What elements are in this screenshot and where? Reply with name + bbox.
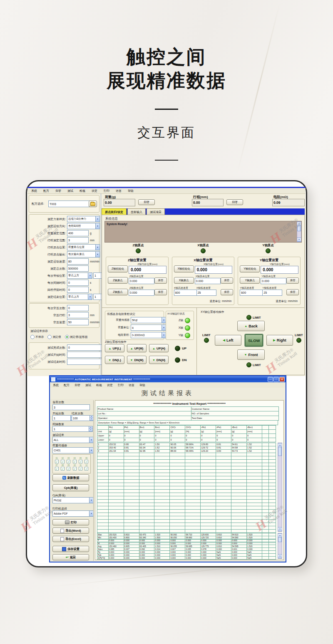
channel-checkbox[interactable]: 11✓ [77,464,83,471]
menu-item[interactable]: 归零 [75,383,80,387]
y-init-button[interactable]: Y轴初始化 [240,265,260,272]
channel-checkbox[interactable]: 07✓ [54,464,60,471]
cpk-button[interactable]: Cpk(单项) [52,484,89,491]
channel-checkbox[interactable]: 09✓ [66,464,72,471]
param-select[interactable]: 零点上方▼ [67,294,92,300]
param-select[interactable]: 压缩力&拉伸力▼ [67,216,100,222]
spinner-icon[interactable]: ▲▼ [89,416,93,421]
printer-select[interactable]: Adobe PDF▼ [52,510,94,517]
back-button[interactable]: ↩返回 [52,554,89,560]
close-button[interactable]: ✕ [279,377,285,382]
export-excel-button[interactable]: 导出(Excel) [52,536,89,542]
move-button-upl[interactable]: ▲UP(L) [105,344,124,352]
save-settings-button[interactable]: 保存设置 [52,546,89,552]
move-button-uph[interactable]: ▲UP(H) [149,344,169,352]
param-input[interactable]: 80 [67,258,89,265]
param-input[interactable] [67,359,102,365]
menu-item[interactable]: 设定 [107,383,113,387]
print-button[interactable]: 打印 [52,519,89,525]
tab-1[interactable]: 坐标输入 [127,208,146,215]
tab-2[interactable]: 测试项目 [147,208,165,215]
menu-item[interactable]: 打印 [118,383,124,387]
menu-item[interactable]: 帮助 [128,189,134,193]
channel-checkbox[interactable]: 03✓ [66,457,72,463]
channel-checkbox[interactable]: 01✓ [54,457,60,463]
move-button-dnh[interactable]: ▼DN(H) [149,356,169,364]
z-origin-input[interactable]: 0.000 [129,278,154,284]
param-input[interactable]: 0 [67,305,89,311]
y-origin-button[interactable]: Y轴原点 [240,277,260,284]
channel-checkbox[interactable]: 10✓ [72,464,77,471]
param-input[interactable]: 0 [67,344,102,351]
param-select[interactable]: 荷重零点位置▼ [67,244,100,250]
x-hispeed-input[interactable]: 600 [174,290,197,296]
cpk-select[interactable]: Pk1[g]▼ [52,497,94,503]
recipe-input[interactable]: T003 [48,201,90,207]
menu-item[interactable]: 测试 [67,189,73,193]
scroll-down-icon[interactable]: ▼ [278,527,282,531]
param-input[interactable]: 0 [67,280,89,286]
channel-checkbox[interactable]: 12✓ [84,464,89,471]
save-button[interactable]: 保存 [286,289,299,295]
param-input[interactable]: 3 [67,312,89,318]
x-lospeed-input[interactable]: 25 [196,290,216,296]
tab-0[interactable]: 原点回归/设定 [102,208,127,215]
scroll-thumb[interactable] [278,537,282,542]
param-input[interactable]: 50 [67,319,89,325]
scroll-thumb[interactable] [278,447,282,456]
sensor-channel-select[interactable]: CH01▼ [52,447,94,453]
result-filter-select[interactable]: ALL▼ [52,437,94,443]
scroll-thumb[interactable] [297,225,301,231]
move-front-button[interactable]: ▼Front [237,349,265,360]
menu-item[interactable]: 检视 [80,189,85,193]
menu-item[interactable]: 帮助 [139,383,145,387]
param-input[interactable]: 400 [67,230,89,236]
menu-item[interactable]: 语言 [129,383,134,387]
menu-item[interactable]: 测试 [85,383,91,387]
save-button[interactable]: 保存 [286,277,299,284]
sensor-select[interactable]: g▼ [131,324,166,331]
z-altpoint-input[interactable]: 0.000 [129,290,154,296]
interval-input[interactable]: 1▲▼ [52,426,93,432]
radio-option[interactable]: 测定值/波形图 [65,335,88,339]
channel-checkbox[interactable]: 05✓ [77,457,83,463]
param-input[interactable]: 0 [67,287,89,293]
sensor-select[interactable]: 0-3000mΩ▼ [131,332,166,338]
menu-item[interactable]: 配方 [64,383,70,387]
end-count-input[interactable]: 100▲▼ [72,415,94,421]
y-hispeed-input[interactable]: 600 [240,290,263,296]
y-lospeed-input[interactable]: 25 [262,290,282,296]
move-left-button[interactable]: ◀Left [215,335,241,346]
channel-checkbox[interactable]: 02✓ [60,457,65,463]
z-origin-button[interactable]: Z轴原点 [108,277,128,284]
move-button-dnl[interactable]: ▼DN(L) [105,356,124,364]
scrollbar[interactable]: ▲ ▼ [278,443,282,532]
menu-item[interactable]: 设定 [92,189,97,193]
menu-item[interactable]: 语言 [116,189,122,193]
channel-checkbox[interactable]: 04✓ [72,457,77,463]
radio-option[interactable]: 不保存 [30,335,44,339]
param-select[interactable]: 每次输出原点▼ [67,251,100,258]
x-origin-input[interactable]: 0.000 [195,278,221,284]
spinner-icon[interactable]: ▲▼ [89,426,92,431]
x-init-button[interactable]: X轴初始化 [174,265,194,272]
move-right-button[interactable]: ▶Right [266,335,293,346]
param-input[interactable]: 500000 [67,265,89,272]
menu-item[interactable]: 配方 [43,189,49,193]
param-select[interactable]: 去程&回程▼ [67,223,100,229]
scroll-down-icon[interactable]: ▼ [278,554,282,558]
minimize-button[interactable]: — [268,377,273,382]
zero-stroke-button[interactable]: 归零 [226,199,243,205]
maximize-button[interactable]: □ [273,377,279,382]
menu-item[interactable]: 系统 [31,189,37,193]
save-button[interactable]: 保存 [221,277,233,284]
channel-checkbox[interactable]: 08✓ [60,464,65,471]
move-button-dnm[interactable]: ▼DN(M) [127,356,147,364]
radio-option[interactable]: 测定值 [47,335,61,339]
param-input[interactable]: 3 [67,237,89,243]
z-init-button[interactable]: Z轴初始化 [108,265,128,272]
move-button-upm[interactable]: ▲UP(M) [127,344,147,352]
save-button[interactable]: 保存 [154,277,167,284]
export-word-button[interactable]: 导出(Word) [52,528,89,534]
x-origin-button[interactable]: X轴原点 [174,277,194,284]
